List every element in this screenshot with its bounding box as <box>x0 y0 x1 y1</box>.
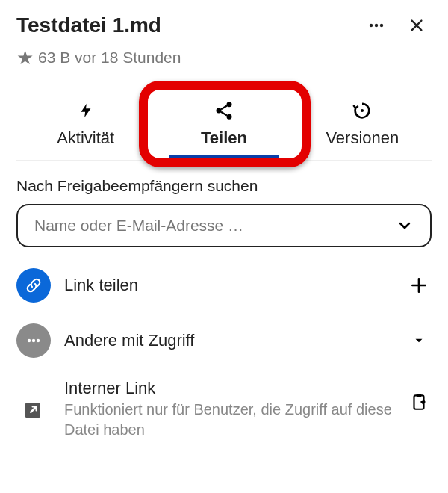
close-icon <box>408 17 425 34</box>
svg-point-0 <box>370 24 373 27</box>
tab-versions-label: Versionen <box>326 128 399 148</box>
link-icon <box>25 276 43 294</box>
share-search-label: Nach Freigabeempfängern suchen <box>16 177 432 195</box>
tabs: Aktivität Teilen Versionen <box>16 87 432 161</box>
svg-point-9 <box>37 339 40 342</box>
others-icon-circle <box>16 323 51 358</box>
internal-link-row: Interner Link Funktioniert nur für Benut… <box>16 379 432 440</box>
add-share-link-button[interactable] <box>406 276 432 295</box>
clipboard-icon <box>409 392 429 412</box>
svg-point-7 <box>28 339 31 342</box>
svg-point-2 <box>380 24 383 27</box>
share-link-row[interactable]: Link teilen <box>16 268 432 303</box>
others-access-label: Andere mit Zugriff <box>64 331 393 350</box>
close-button[interactable] <box>408 16 426 34</box>
star-icon[interactable]: ★ <box>16 48 34 67</box>
plus-icon <box>409 276 429 295</box>
svg-point-5 <box>226 114 231 120</box>
external-link-icon <box>22 398 45 421</box>
share-icon <box>214 100 234 121</box>
share-search-input[interactable]: Name oder E-Mail-Adresse … <box>16 204 432 247</box>
tab-activity[interactable]: Aktivität <box>16 87 155 160</box>
share-search-placeholder: Name oder E-Mail-Adresse … <box>34 217 243 235</box>
bolt-icon <box>78 100 94 121</box>
history-icon <box>352 100 373 121</box>
svg-point-4 <box>216 108 221 114</box>
copy-internal-link-button[interactable] <box>406 392 432 412</box>
svg-point-1 <box>375 24 378 27</box>
file-meta-text: 63 B vor 18 Stunden <box>38 49 181 66</box>
svg-point-6 <box>361 109 364 112</box>
link-icon-circle <box>16 268 51 303</box>
file-meta: ★ 63 B vor 18 Stunden <box>16 48 432 67</box>
svg-point-8 <box>32 339 35 342</box>
tab-versions[interactable]: Versionen <box>293 87 432 160</box>
more-actions-button[interactable] <box>367 16 385 34</box>
chevron-down-icon <box>396 217 414 235</box>
more-icon <box>25 332 43 350</box>
others-access-expand[interactable] <box>406 334 432 347</box>
others-access-row[interactable]: Andere mit Zugriff <box>16 323 432 358</box>
tab-activity-label: Aktivität <box>57 128 114 148</box>
svg-point-3 <box>226 102 231 107</box>
internal-link-title: Interner Link <box>64 379 393 398</box>
internal-link-subtitle: Funktioniert nur für Benutzer, die Zugri… <box>64 400 393 440</box>
caret-down-icon <box>412 334 426 347</box>
svg-rect-12 <box>417 394 422 397</box>
tab-share-label: Teilen <box>201 128 247 148</box>
share-link-label: Link teilen <box>64 276 393 295</box>
file-title: Testdatei 1.md <box>16 13 161 37</box>
external-link-icon-cell <box>16 392 51 427</box>
more-icon <box>367 16 385 34</box>
tab-share[interactable]: Teilen <box>155 87 293 160</box>
